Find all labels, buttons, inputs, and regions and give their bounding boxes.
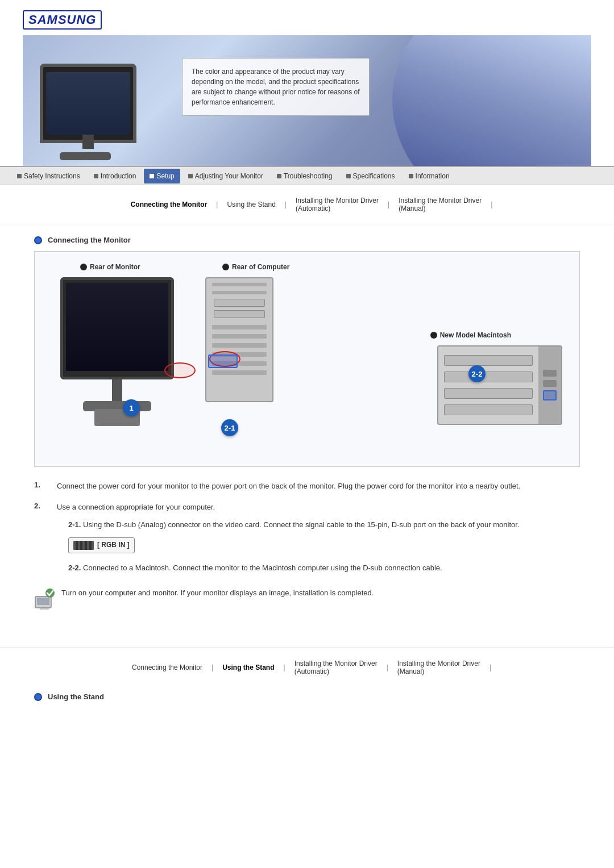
diag-mac-port-2 [543,380,557,387]
instruction-item-2: 2. Use a connection appropriate for your… [34,502,580,577]
nav-bullet-safety [17,174,22,178]
nav-item-troubleshooting[interactable]: Troubleshooting [271,169,338,183]
macintosh-label: New Model Macintosh [430,331,511,340]
rear-computer-dot: Rear of Computer [222,263,289,271]
rear-computer-dot-circle [222,264,229,270]
bottom-sub-nav-sep-4: | [489,663,491,671]
samsung-logo: SAMSUNG [23,10,102,30]
check-icon [34,587,55,610]
nav-label-information: Information [416,172,450,180]
diag-monitor-neck [112,379,122,402]
nav-item-introduction[interactable]: Introduction [88,169,142,183]
sub-nav-connecting[interactable]: Connecting the Monitor [122,198,217,211]
rgb-in-label: [ RGB IN ] [97,540,130,550]
nav-label-setup: Setup [156,172,174,180]
diag-tower-drive-1 [214,299,265,307]
monitor-neck [82,135,94,149]
check-note-content: Turn on your computer and monitor. If yo… [61,589,374,597]
nav-label-safety: Safety Instructions [24,172,80,180]
page-content: Connecting the Monitor Rear of Monitor R… [0,224,614,631]
nav-label-adjusting: Adjusting Your Monitor [195,172,263,180]
banner-text-box: The color and appearance of the product … [182,58,370,116]
sub-nav-driver-auto[interactable]: Installing the Monitor Driver(Automatic) [287,194,388,215]
svg-rect-1 [37,598,49,605]
banner-monitor-image [40,64,154,166]
nav-item-safety[interactable]: Safety Instructions [11,169,86,183]
badge-2-1-label: 2-1 [225,424,235,432]
badge-2-2: 2-2 [468,365,486,382]
vga-connector-tower [208,354,238,368]
instruction-item-1: 1. Connect the power cord for your monit… [34,481,580,493]
diag-tower [205,277,273,402]
instructions: 1. Connect the power cord for your monit… [34,481,580,576]
diag-tower-slot-2 [212,291,267,294]
section-header: Connecting the Monitor [34,236,580,244]
monitor-base [60,152,111,160]
nav-item-setup[interactable]: Setup [144,169,180,183]
diag-tower-slot-1 [212,283,267,286]
badge-1-label: 1 [129,404,133,412]
banner: The color and appearance of the product … [23,35,591,166]
nav-item-adjusting[interactable]: Adjusting Your Monitor [182,169,269,183]
rgb-icon [73,541,94,550]
banner-swirl [392,35,591,166]
badge-1: 1 [123,399,140,416]
nav-bullet-adjusting [188,174,193,178]
rear-monitor-label: Rear of Monitor [80,263,140,272]
macintosh-dot: New Model Macintosh [430,331,511,339]
diag-monitor-screen-inner [66,283,168,371]
diag-mac-slot-3 [444,388,533,399]
sub-instruction-2-2-title: 2-2. Connected to a Macintosh. Connect t… [68,562,580,574]
rear-monitor-dot: Rear of Monitor [80,263,140,271]
sub-nav-stand[interactable]: Using the Stand [218,198,284,211]
sub-instruction-2-2: 2-2. Connected to a Macintosh. Connect t… [68,562,580,574]
instruction-text-1: Connect the power cord for your monitor … [57,481,580,493]
sub-nav-driver-manual[interactable]: Installing the Monitor Driver(Manual) [389,194,491,215]
diag-mac-slots [438,347,538,424]
bottom-sub-nav-driver-manual[interactable]: Installing the Monitor Driver(Manual) [388,657,489,678]
section-title: Connecting the Monitor [48,236,131,244]
sub-nav-sep-4: | [491,201,492,208]
rear-computer-label: Rear of Computer [222,263,289,272]
connector-highlight-monitor [164,362,196,378]
diag-monitor-screen-outer [60,277,174,379]
nav-bullet-setup [150,174,154,178]
bottom-sub-nav: Connecting the Monitor | Using the Stand… [0,648,614,687]
monitor-shape [40,64,136,143]
monitor-screen [46,72,130,135]
bottom-sub-nav-stand[interactable]: Using the Stand [213,661,283,674]
bottom-section: Using the Stand [0,692,614,712]
bottom-sub-nav-connecting[interactable]: Connecting the Monitor [123,661,211,674]
macintosh-label-text: New Model Macintosh [440,331,511,339]
diag-mac-slot-1 [444,355,533,366]
rear-computer-label-text: Rear of Computer [232,263,289,271]
diagram-box: Rear of Monitor Rear of Computer New Mod… [34,251,580,467]
check-icon-svg [34,587,55,610]
check-note-text: Turn on your computer and monitor. If yo… [61,587,580,599]
nav-item-information[interactable]: Information [403,169,455,183]
diag-monitor [52,277,182,436]
banner-text: The color and appearance of the product … [192,68,360,106]
diag-mac-body [437,345,562,425]
bottom-sub-nav-driver-auto[interactable]: Installing the Monitor Driver(Automatic) [285,657,387,678]
instruction-text-2-content: Use a connection appropriate for your co… [57,502,580,514]
mac-vga-connector [543,390,557,400]
svg-rect-2 [40,608,49,610]
nav-label-specifications: Specifications [353,172,395,180]
instruction-num-1: 1. [34,481,45,489]
diag-mac-port-area [538,347,561,424]
sub-instruction-2-1-title: 2-1. Using the D-sub (Analog) connector … [68,519,580,531]
nav-bullet-specifications [346,174,351,178]
macintosh-dot-circle [430,332,437,339]
bottom-section-dot [34,693,42,701]
nav-label-introduction: Introduction [101,172,136,180]
nav-bullet-introduction [94,174,98,178]
sub-instruction-2-2-text: Connected to a Macintosh. Connect the mo… [83,564,442,572]
check-note: Turn on your computer and monitor. If yo… [34,587,580,610]
nav-bullet-troubleshooting [277,174,281,178]
rgb-in-badge: [ RGB IN ] [68,537,135,553]
diag-mac-slot-2 [444,372,533,382]
sub-instruction-2-1-text: Using the D-sub (Analog) connector on th… [83,520,519,529]
sub-nav: Connecting the Monitor | Using the Stand… [0,185,614,224]
nav-item-specifications[interactable]: Specifications [341,169,401,183]
